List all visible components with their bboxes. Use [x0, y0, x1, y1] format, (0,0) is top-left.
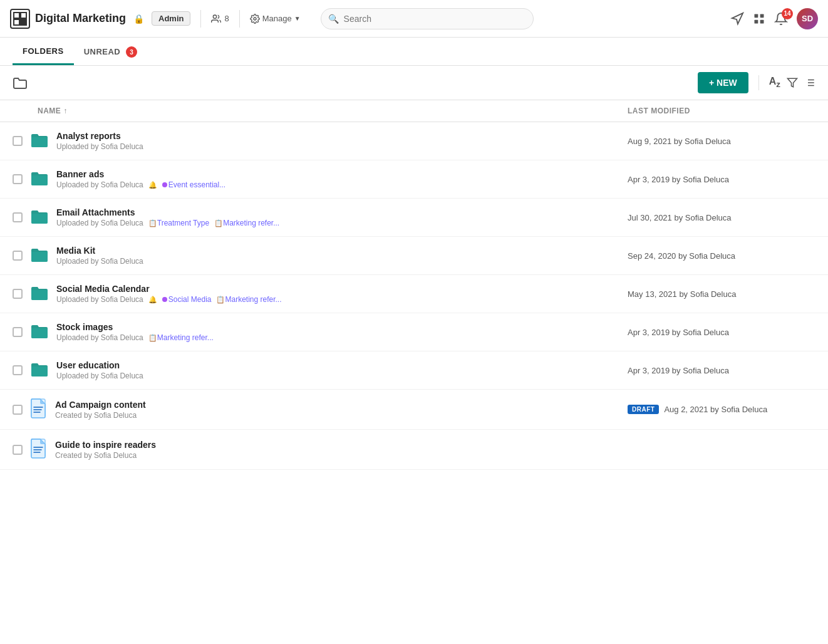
file-uploaded-by: Uploaded by Sofia Deluca	[56, 219, 143, 227]
notifications-button[interactable]: 14	[774, 12, 788, 26]
row-checkbox[interactable]	[13, 212, 23, 222]
folder-nav-icon	[13, 76, 28, 89]
tabs-bar: FOLDERS UNREAD 3	[0, 38, 828, 66]
svg-rect-1	[21, 13, 26, 18]
col-name-label: NAME ↑	[38, 106, 68, 115]
manage-button[interactable]: Manage ▼	[250, 14, 301, 24]
tag-link[interactable]: 📋Marketing refer...	[214, 219, 279, 227]
svg-rect-8	[755, 19, 758, 23]
svg-point-4	[214, 15, 217, 18]
col-name-header[interactable]: NAME ↑	[38, 106, 628, 115]
grid-button[interactable]	[753, 13, 765, 25]
file-subtitle: Created by Sofia Deluca	[55, 411, 620, 420]
file-subtitle: Uploaded by Sofia Deluca🔔Event essential…	[56, 180, 620, 189]
file-subtitle: Uploaded by Sofia Deluca	[56, 371, 620, 380]
gear-icon	[250, 14, 260, 24]
row-checkbox[interactable]	[13, 174, 23, 184]
folder-icon	[30, 209, 49, 227]
tab-unread[interactable]: UNREAD 3	[74, 38, 148, 65]
tab-folders[interactable]: FOLDERS	[13, 38, 74, 65]
svg-rect-9	[760, 19, 764, 23]
brand-icon	[10, 9, 30, 29]
file-name[interactable]: Analyst reports	[56, 131, 620, 141]
folder-icon	[30, 323, 49, 341]
sort-icon: Az	[769, 76, 780, 89]
row-checkbox[interactable]	[13, 251, 23, 261]
sort-button[interactable]: Az	[769, 76, 780, 89]
modified-cell: Sep 24, 2020 by Sofia Deluca	[628, 251, 815, 261]
manage-label: Manage	[262, 14, 292, 23]
table-row: Email AttachmentsUploaded by Sofia Deluc…	[0, 199, 828, 237]
file-name[interactable]: User education	[56, 360, 620, 370]
brand-area: Digital Marketing 🔒	[10, 9, 144, 29]
tag-link[interactable]: 📋Marketing refer...	[216, 295, 281, 304]
row-checkbox[interactable]	[13, 445, 23, 455]
file-uploaded-by: Uploaded by Sofia Deluca	[56, 295, 143, 304]
table-row: Guide to inspire readersCreated by Sofia…	[0, 430, 828, 470]
file-subtitle: Uploaded by Sofia Deluca	[56, 257, 620, 266]
tag-dot	[162, 182, 167, 187]
filter-button[interactable]	[787, 77, 798, 88]
members-button[interactable]: 8	[211, 14, 229, 24]
tag-doc-icon: 📋	[216, 296, 225, 303]
doc-icon	[30, 398, 48, 420]
row-checkbox[interactable]	[13, 327, 23, 337]
file-subtitle: Uploaded by Sofia Deluca📋Treatment Type📋…	[56, 219, 620, 227]
svg-rect-6	[755, 14, 758, 18]
file-subtitle: Uploaded by Sofia Deluca	[56, 142, 620, 151]
unread-badge: 3	[126, 46, 137, 58]
search-input[interactable]	[321, 8, 534, 29]
megaphone-button[interactable]	[730, 12, 744, 26]
file-name[interactable]: Social Media Calendar	[56, 284, 620, 294]
file-name[interactable]: Ad Campaign content	[55, 400, 620, 410]
table-row: Social Media CalendarUploaded by Sofia D…	[0, 275, 828, 313]
file-name[interactable]: Guide to inspire readers	[55, 440, 620, 450]
modified-date: Apr 3, 2019 by Sofia Deluca	[628, 175, 729, 184]
file-info: Stock imagesUploaded by Sofia Deluca📋Mar…	[56, 322, 620, 342]
file-name[interactable]: Email Attachments	[56, 207, 620, 217]
tag-link[interactable]: Event essential...	[162, 180, 225, 189]
file-uploaded-by: Uploaded by Sofia Deluca	[56, 180, 143, 189]
file-info: Banner adsUploaded by Sofia Deluca🔔Event…	[56, 169, 620, 189]
members-count: 8	[224, 14, 229, 23]
file-info: User educationUploaded by Sofia Deluca	[56, 360, 620, 380]
tag-link[interactable]: 📋Treatment Type	[148, 219, 209, 227]
row-checkbox[interactable]	[13, 136, 23, 146]
table-header: NAME ↑ LAST MODIFIED	[0, 100, 828, 122]
svg-rect-7	[760, 14, 764, 18]
tag-link[interactable]: 📋Marketing refer...	[148, 333, 214, 342]
svg-rect-2	[14, 19, 19, 25]
file-name[interactable]: Stock images	[56, 322, 620, 332]
file-uploaded-by: Uploaded by Sofia Deluca	[56, 333, 143, 342]
tag-link[interactable]: Social Media	[162, 295, 212, 304]
doc-svg	[30, 439, 48, 459]
tool-divider	[758, 75, 759, 90]
modified-date: Jul 30, 2021 by Sofia Deluca	[628, 213, 732, 222]
filter-icon	[787, 77, 798, 88]
file-name[interactable]: Banner ads	[56, 169, 620, 179]
brand-title: Digital Marketing	[35, 12, 126, 25]
file-subtitle: Created by Sofia Deluca	[55, 451, 620, 460]
file-uploaded-by: Uploaded by Sofia Deluca	[56, 371, 143, 380]
search-bar: 🔍	[321, 8, 534, 29]
row-checkbox[interactable]	[13, 365, 23, 375]
doc-icon	[30, 439, 48, 460]
row-checkbox[interactable]	[13, 289, 23, 299]
header-right: 14 SD	[730, 8, 818, 29]
file-name[interactable]: Media Kit	[56, 246, 620, 256]
megaphone-icon	[730, 12, 744, 26]
table-row: Stock imagesUploaded by Sofia Deluca📋Mar…	[0, 313, 828, 351]
table-row: User educationUploaded by Sofia DelucaAp…	[0, 351, 828, 390]
new-button-label: + NEW	[709, 78, 737, 88]
new-button[interactable]: + NEW	[698, 72, 748, 93]
members-icon	[211, 14, 221, 24]
avatar[interactable]: SD	[797, 8, 818, 29]
row-checkbox[interactable]	[13, 405, 23, 415]
folder-nav-button[interactable]	[13, 76, 28, 89]
folder-svg	[30, 361, 49, 378]
draft-badge: DRAFT	[628, 405, 659, 414]
admin-badge[interactable]: Admin	[152, 11, 190, 26]
folder-svg	[30, 247, 49, 263]
view-toggle-button[interactable]	[804, 77, 815, 88]
modified-date: Apr 3, 2019 by Sofia Deluca	[628, 328, 729, 337]
